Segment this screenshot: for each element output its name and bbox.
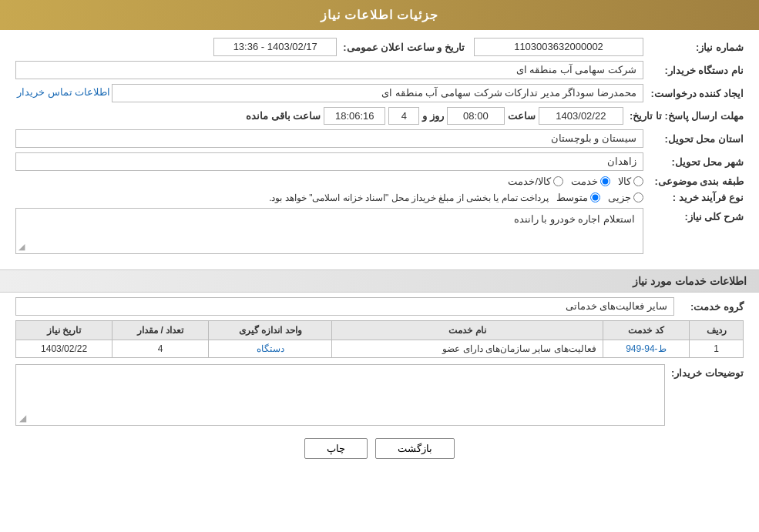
buyer-desc-box: ◢ [15,364,665,426]
buyer-desc-label: توضیحات خریدار: [665,364,744,379]
need-number-label: شماره نیاز: [643,42,744,53]
deadline-time: 08:00 [447,107,505,125]
classification-kala-radio[interactable] [633,176,643,186]
classification-khadamat-item: خدمت [571,176,610,187]
announcement-value: 1403/02/17 - 13:36 [213,38,337,56]
province-value: سیستان و بلوچستان [15,129,643,148]
cell-row: 1 [690,340,744,358]
classification-kala-item: کالا [618,176,643,187]
process-motavasset-radio[interactable] [590,192,600,202]
city-label: شهر محل تحویل: [643,156,744,168]
service-group-label: گروه خدمت: [674,301,744,313]
services-table: ردیف کد خدمت نام خدمت واحد اندازه گیری ت… [15,320,744,358]
col-row: ردیف [690,321,744,340]
need-number-row: شماره نیاز: 1103003632000002 تاریخ و ساع… [15,38,744,56]
buyer-org-label: نام دستگاه خریدار: [643,65,744,76]
services-table-wrapper: ردیف کد خدمت نام خدمت واحد اندازه گیری ت… [15,320,744,358]
col-date: تاریخ نیاز [16,321,113,340]
page-title: جزئیات اطلاعات نیاز [321,8,439,22]
deadline-label: مهلت ارسال پاسخ: تا تاریخ: [623,110,744,122]
announcement-label: تاریخ و ساعت اعلان عمومی: [337,42,474,53]
service-group-row: گروه خدمت: سایر فعالیت‌های خدماتی [15,297,744,316]
resize-handle-icon: ◢ [19,413,26,423]
table-row: 1 ط-94-949 فعالیت‌های سایر سازمان‌های دا… [16,340,744,358]
buyer-desc-section: توضیحات خریدار: ◢ [15,364,744,426]
deadline-date: 1403/02/22 [539,107,623,125]
deadline-days: 4 [388,107,419,125]
page-header: جزئیات اطلاعات نیاز [0,0,759,30]
deadline-time-label: ساعت [508,110,536,122]
classification-label: طبقه بندی موضوعی: [643,176,744,187]
deadline-remaining: 18:06:16 [324,107,385,125]
process-jozei-item: جزیی [608,192,643,203]
cell-code: ط-94-949 [603,340,690,358]
cell-unit: دستگاه [209,340,332,358]
cell-name: فعالیت‌های سایر سازمان‌های دارای عضو [332,340,603,358]
classification-both-item: کالا/خدمت [508,176,563,187]
general-desc-label: شرح کلی نیاز: [643,208,744,223]
requester-label: ایجاد کننده درخواست: [643,88,744,99]
deadline-days-label: روز و [422,110,444,122]
buyer-org-row: نام دستگاه خریدار: شرکت سهامی آب منطقه ا… [15,61,744,79]
province-row: استان محل تحویل: سیستان و بلوچستان [15,129,744,148]
requester-row: ایجاد کننده درخواست: محمدرضا سوداگر مدیر… [15,84,744,102]
buttons-row: بازگشت چاپ [0,438,759,459]
process-jozei-radio[interactable] [633,192,643,202]
cell-qty: 4 [113,340,209,358]
cell-date: 1403/02/22 [16,340,113,358]
col-unit: واحد اندازه گیری [209,321,332,340]
col-code: کد خدمت [603,321,690,340]
back-button[interactable]: بازگشت [375,438,455,459]
requester-value: محمدرضا سوداگر مدیر تدارکات شرکت سهامی آ… [112,84,643,102]
buyer-org-value: شرکت سهامی آب منطقه ای [15,61,643,79]
col-qty: تعداد / مقدار [113,321,209,340]
classification-khadamat-label: خدمت [571,176,598,187]
col-name: نام خدمت [332,321,603,340]
requester-contact-link[interactable]: اطلاعات تماس خریدار [15,84,112,102]
deadline-remaining-label: ساعت باقی مانده [246,110,321,122]
resize-icon: ◢ [18,242,25,252]
process-motavasset-item: متوسط [556,192,600,203]
general-desc-value: استعلام اجاره خودرو با راننده [15,208,643,254]
service-group-value: سایر فعالیت‌های خدماتی [15,297,674,316]
process-motavasset-label: متوسط [556,192,588,203]
city-row: شهر محل تحویل: زاهدان [15,152,744,171]
classification-khadamat-radio[interactable] [600,176,610,186]
service-info-title: اطلاعات خدمات مورد نیاز [0,269,759,293]
classification-row: طبقه بندی موضوعی: کالا خدمت کالا/خدمت [15,176,744,187]
process-note: پرداخت تمام یا بخشی از مبلغ خریداز محل "… [269,192,549,203]
deadline-row: مهلت ارسال پاسخ: تا تاریخ: 1403/02/22 سا… [15,107,744,125]
city-value: زاهدان [15,152,643,171]
province-label: استان محل تحویل: [643,133,744,145]
classification-kala-label: کالا [618,176,631,187]
process-jozei-label: جزیی [608,192,631,203]
process-label: نوع فرآیند خرید : [643,192,744,203]
classification-both-radio[interactable] [553,176,563,186]
table-header-row: ردیف کد خدمت نام خدمت واحد اندازه گیری ت… [16,321,744,340]
general-desc-row: شرح کلی نیاز: استعلام اجاره خودرو با ران… [15,208,744,254]
process-row: نوع فرآیند خرید : جزیی متوسط پرداخت تمام… [15,192,744,203]
print-button[interactable]: چاپ [304,438,368,459]
need-number-value: 1103003632000002 [474,38,643,56]
classification-both-label: کالا/خدمت [508,176,551,187]
